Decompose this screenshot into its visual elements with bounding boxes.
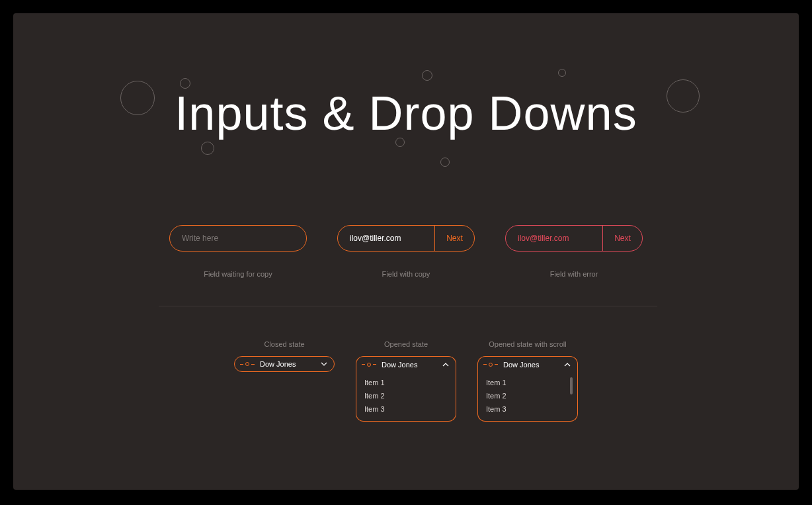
scrollbar[interactable] — [570, 377, 573, 394]
dropdown-item[interactable]: Item 3 — [364, 402, 448, 416]
dropdown-selected-label: Dow Jones — [503, 361, 559, 369]
dropdown-closed[interactable]: Dow Jones — [234, 356, 335, 372]
dropdown-item[interactable]: Item 1 — [364, 376, 448, 389]
input-placeholder: Write here — [170, 234, 306, 243]
decoration-bubble — [440, 158, 450, 167]
dropdown-item[interactable]: Item 3 — [486, 402, 569, 416]
stock-icon — [362, 363, 376, 367]
dropdown-caption-closed: Closed state — [264, 340, 304, 348]
section-divider — [159, 306, 657, 306]
next-button-error[interactable]: Next — [602, 226, 642, 251]
dropdown-opened[interactable]: Dow Jones — [356, 356, 456, 372]
decoration-bubble — [201, 142, 214, 155]
dropdown-selected-label: Dow Jones — [260, 360, 315, 368]
input-value-error: ilov@tiller.com — [506, 234, 602, 243]
dropdown-caption-scroll: Opened state with scroll — [489, 340, 566, 348]
dropdown-item[interactable]: Item 1 — [486, 376, 569, 389]
decoration-bubble — [422, 70, 432, 81]
input-filled[interactable]: ilov@tiller.com Next — [337, 225, 475, 252]
stock-icon — [240, 362, 255, 366]
input-error[interactable]: ilov@tiller.com Next — [505, 225, 643, 252]
input-caption-error: Field with error — [550, 270, 598, 278]
dropdown-menu-scroll: Item 1 Item 2 Item 3 — [477, 372, 578, 422]
dropdown-item[interactable]: Item 2 — [486, 389, 569, 402]
dropdown-menu: Item 1 Item 2 Item 3 — [356, 372, 456, 422]
input-caption-filled: Field with copy — [382, 270, 430, 278]
next-button[interactable]: Next — [434, 226, 474, 251]
dropdown-item[interactable]: Item 2 — [364, 389, 448, 402]
decoration-bubble — [558, 69, 566, 77]
stock-icon — [483, 363, 498, 367]
chevron-down-icon — [321, 362, 327, 366]
input-empty[interactable]: Write here — [169, 225, 307, 252]
dropdown-scroll[interactable]: Dow Jones — [477, 356, 578, 372]
input-value: ilov@tiller.com — [338, 234, 434, 243]
dropdown-selected-label: Dow Jones — [382, 361, 437, 369]
chevron-up-icon — [442, 363, 449, 367]
chevron-up-icon — [564, 363, 571, 367]
dropdown-caption-opened: Opened state — [384, 340, 428, 348]
input-caption-empty: Field waiting for copy — [204, 270, 272, 278]
page-title: Inputs & Drop Downs — [13, 86, 799, 140]
